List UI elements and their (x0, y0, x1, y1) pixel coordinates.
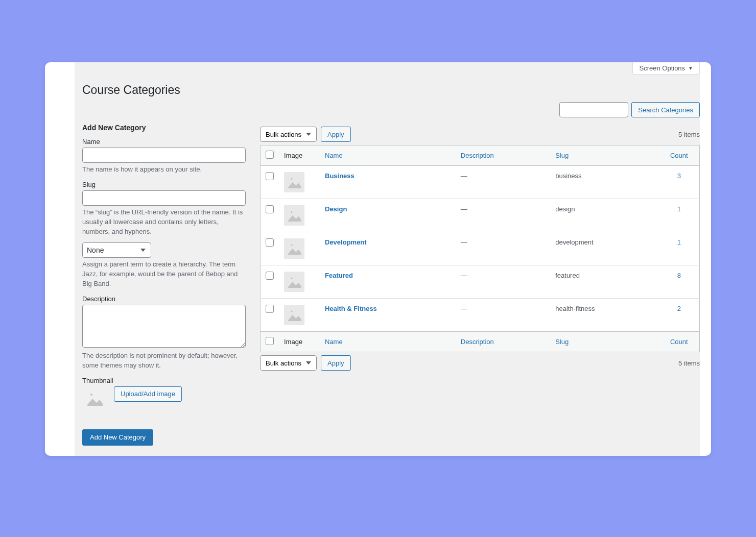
items-count-top: 5 items (678, 131, 700, 138)
row-slug: health-fitness (550, 299, 658, 332)
tablenav-top: Bulk actions Apply 5 items (260, 124, 700, 145)
svg-point-9 (291, 278, 292, 279)
field-thumbnail: Thumbnail Upload/Add image (82, 377, 246, 411)
bulk-actions-select-top[interactable]: Bulk actions (260, 127, 317, 142)
svg-point-3 (291, 178, 292, 180)
table-row: Design—design1 (261, 199, 700, 232)
field-description: Description The description is not promi… (82, 295, 246, 371)
col-description-foot[interactable]: Description (456, 332, 550, 352)
svg-point-1 (90, 394, 92, 396)
image-placeholder-icon (284, 238, 304, 259)
thumbnail-label: Thumbnail (82, 377, 246, 384)
screen-options-toggle[interactable]: Screen Options ▼ (632, 62, 700, 75)
row-description: — (456, 299, 550, 332)
row-name-link[interactable]: Health & Fitness (325, 305, 377, 312)
columns: Add New Category Name The name is how it… (75, 124, 700, 456)
apply-button-bottom[interactable]: Apply (321, 355, 351, 371)
name-label: Name (82, 138, 246, 145)
screen-options-label: Screen Options (639, 64, 685, 72)
form-title: Add New Category (82, 124, 246, 132)
row-count-link[interactable]: 3 (677, 172, 681, 180)
row-description: — (456, 265, 550, 299)
row-count-link[interactable]: 1 (677, 205, 681, 213)
row-slug: featured (550, 265, 658, 299)
parent-help: Assign a parent term to create a hierarc… (82, 260, 246, 289)
table-row: Business—business3 (261, 166, 700, 199)
row-name-link[interactable]: Design (325, 205, 347, 213)
search-input[interactable] (559, 102, 628, 117)
row-slug: business (550, 166, 658, 199)
page-title: Course Categories (75, 79, 700, 99)
col-name[interactable]: Name (320, 145, 456, 166)
col-count-foot[interactable]: Count (659, 332, 700, 352)
parent-select[interactable]: None (82, 242, 151, 258)
row-description: — (456, 166, 550, 199)
admin-wrap: Screen Options ▼ Course Categories Searc… (75, 62, 700, 456)
description-label: Description (82, 295, 246, 303)
upload-image-button[interactable]: Upload/Add image (114, 386, 182, 402)
image-placeholder-icon (284, 272, 304, 292)
name-input[interactable] (82, 148, 246, 163)
table-column: Bulk actions Apply 5 items Image Name De… (260, 124, 700, 446)
bulk-actions-select-bottom[interactable]: Bulk actions (260, 355, 317, 371)
chevron-down-icon: ▼ (688, 65, 693, 71)
row-name-link[interactable]: Development (325, 238, 367, 246)
svg-point-7 (291, 245, 292, 246)
svg-point-11 (291, 311, 292, 312)
row-checkbox[interactable] (266, 305, 274, 313)
table-row: Health & Fitness—health-fitness2 (261, 299, 700, 332)
thumbnail-placeholder-icon (82, 386, 107, 411)
categories-table: Image Name Description Slug Count Busine… (260, 145, 700, 352)
col-image: Image (279, 145, 320, 166)
svg-rect-8 (286, 273, 303, 290)
table-body: Business—business3Design—design1Developm… (261, 166, 700, 332)
col-slug-foot[interactable]: Slug (550, 332, 658, 352)
svg-rect-10 (286, 306, 303, 324)
row-slug: design (550, 199, 658, 232)
field-name: Name The name is how it appears on your … (82, 138, 246, 175)
row-checkbox[interactable] (266, 205, 274, 213)
name-help: The name is how it appears on your site. (82, 165, 246, 175)
search-row: Search Categories (75, 99, 700, 124)
apply-button-top[interactable]: Apply (321, 127, 351, 142)
col-name-foot[interactable]: Name (320, 332, 456, 352)
description-help: The description is not prominent by defa… (82, 351, 246, 371)
header-row: Screen Options ▼ (75, 62, 700, 79)
col-count[interactable]: Count (659, 145, 700, 166)
image-placeholder-icon (284, 205, 304, 226)
col-slug[interactable]: Slug (550, 145, 658, 166)
description-textarea[interactable] (82, 305, 246, 348)
row-description: — (456, 232, 550, 265)
field-slug: Slug The “slug” is the URL-friendly vers… (82, 181, 246, 237)
table-row: Featured—featured8 (261, 265, 700, 299)
app-card: Screen Options ▼ Course Categories Searc… (45, 62, 711, 456)
col-description[interactable]: Description (456, 145, 550, 166)
row-count-link[interactable]: 8 (677, 272, 681, 279)
row-name-link[interactable]: Business (325, 172, 355, 180)
row-name-link[interactable]: Featured (325, 272, 353, 279)
col-image-foot: Image (279, 332, 320, 352)
row-checkbox[interactable] (266, 238, 274, 247)
field-parent: None Assign a parent term to create a hi… (82, 242, 246, 289)
row-checkbox[interactable] (266, 272, 274, 280)
row-count-link[interactable]: 1 (677, 238, 681, 246)
slug-input[interactable] (82, 190, 246, 206)
image-placeholder-icon (284, 305, 304, 325)
tablenav-bottom: Bulk actions Apply 5 items (260, 352, 700, 374)
svg-point-5 (291, 211, 292, 213)
row-checkbox[interactable] (266, 172, 274, 180)
form-column: Add New Category Name The name is how it… (82, 124, 246, 446)
select-all-bottom[interactable] (266, 337, 274, 345)
submit-button[interactable]: Add New Category (82, 429, 153, 446)
select-all-top[interactable] (266, 151, 274, 159)
row-slug: development (550, 232, 658, 265)
row-count-link[interactable]: 2 (677, 305, 681, 312)
image-placeholder-icon (284, 172, 304, 192)
items-count-bottom: 5 items (678, 359, 700, 367)
search-button[interactable]: Search Categories (631, 102, 700, 117)
table-row: Development—development1 (261, 232, 700, 265)
row-description: — (456, 199, 550, 232)
slug-help: The “slug” is the URL-friendly version o… (82, 208, 246, 237)
slug-label: Slug (82, 181, 246, 188)
